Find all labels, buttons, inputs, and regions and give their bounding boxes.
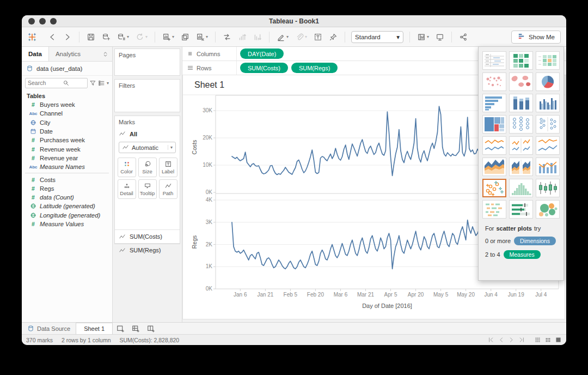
view-as-icon[interactable]: [98, 80, 105, 87]
first-page-icon[interactable]: [487, 336, 494, 343]
view-as-caret-icon[interactable]: ▾: [107, 81, 109, 86]
pill-sum-costs[interactable]: SUM(Costs): [240, 63, 288, 73]
pages-shelf[interactable]: Pages: [114, 49, 180, 76]
showme-area-discrete[interactable]: [509, 158, 533, 176]
new-dashboard-tab-icon[interactable]: [128, 323, 143, 334]
mark-row-sum-costs[interactable]: SUM(Costs): [115, 229, 180, 243]
save-button[interactable]: [84, 31, 97, 44]
sort-ascending-button[interactable]: [236, 31, 249, 44]
field-longitude-generated-[interactable]: Longitude (generated): [22, 211, 112, 220]
previous-page-icon[interactable]: [498, 336, 505, 343]
pin-button[interactable]: [327, 31, 340, 44]
field-measure-names[interactable]: AbcMeasure Names: [22, 162, 112, 171]
showme-highlight-table[interactable]: [509, 51, 533, 70]
showme-dual-lines[interactable]: [536, 136, 560, 155]
showme-scatter-plot-selected[interactable]: [482, 179, 506, 197]
field-measure-values[interactable]: #Measure Values: [22, 220, 112, 228]
showme-lines-discrete[interactable]: [509, 136, 533, 155]
field-city[interactable]: City: [22, 118, 112, 127]
swap-rows-columns-button[interactable]: [220, 31, 234, 44]
presentation-button[interactable]: [433, 31, 446, 44]
field-latitude-generated-[interactable]: Latitude (generated): [22, 202, 112, 210]
field-data-count-[interactable]: #data (Count): [22, 193, 112, 202]
redo-button[interactable]: [61, 31, 74, 44]
showme-area-continuous[interactable]: [482, 158, 506, 176]
showme-heat-map[interactable]: [536, 51, 560, 70]
showme-pie-chart[interactable]: [536, 72, 560, 91]
data-pane: Data Analytics data (user_data) ▾ Tables…: [22, 47, 113, 322]
show-filmstrip-icon[interactable]: [544, 336, 552, 343]
show-sheet-tabs-icon[interactable]: [534, 336, 541, 343]
show-cards-button[interactable]: ▾: [415, 31, 431, 44]
field-revenue-year[interactable]: #Revenue year: [22, 154, 112, 162]
refresh-button[interactable]: ▾: [133, 31, 150, 44]
showme-gantt[interactable]: [482, 200, 506, 219]
path-button[interactable]: Path: [159, 179, 177, 199]
showme-text-table[interactable]: [482, 51, 506, 70]
field-date[interactable]: Date: [22, 127, 112, 136]
x-tick-label: Mar 21: [357, 292, 374, 298]
showme-stacked-bars[interactable]: [509, 94, 533, 112]
label-button[interactable]: Label: [159, 158, 177, 177]
duplicate-button[interactable]: [179, 31, 192, 44]
showme-dual-combination[interactable]: [536, 158, 560, 176]
highlight-table-icon: [510, 52, 532, 69]
show-sheet-icon[interactable]: [555, 336, 562, 343]
text-label-button[interactable]: [311, 31, 324, 44]
field-buyers-week[interactable]: #Buyers week: [22, 100, 112, 109]
undo-button[interactable]: [46, 31, 59, 44]
mark-type-dropdown[interactable]: Automatic ▾: [119, 142, 176, 153]
clear-sheet-button[interactable]: ▾: [194, 31, 210, 44]
showme-symbol-map[interactable]: [482, 72, 506, 91]
field-channel[interactable]: AbcChannel: [22, 109, 112, 118]
size-button[interactable]: Size: [138, 158, 157, 177]
highlight-button[interactable]: ▾: [274, 31, 291, 44]
new-worksheet-button[interactable]: ▾: [160, 31, 176, 44]
new-story-tab-icon[interactable]: [143, 323, 158, 334]
showme-side-by-side-circles[interactable]: [536, 115, 560, 134]
search-input[interactable]: [25, 78, 88, 88]
showme-side-by-side-bars[interactable]: [536, 94, 560, 112]
fit-selector[interactable]: Standard▾: [351, 31, 403, 43]
pill-day-date[interactable]: DAY(Date): [240, 49, 284, 59]
showme-histogram[interactable]: [509, 179, 533, 197]
search-field[interactable]: [28, 80, 63, 86]
color-button[interactable]: Color: [118, 158, 136, 177]
marks-all-row[interactable]: All: [115, 128, 180, 141]
showme-packed-bubbles[interactable]: [536, 200, 560, 219]
pane-toggle-icon[interactable]: [102, 51, 109, 58]
showme-treemap[interactable]: [482, 115, 506, 134]
filters-shelf[interactable]: Filters: [114, 79, 180, 112]
mark-row-sum-regs[interactable]: SUM(Regs): [115, 243, 180, 257]
field-purchases-week[interactable]: #Purchases week: [22, 136, 112, 144]
showme-filled-map[interactable]: [509, 72, 533, 91]
pause-updates-button[interactable]: ▾: [115, 31, 131, 44]
new-worksheet-tab-icon[interactable]: [113, 323, 128, 334]
field-costs[interactable]: #Costs: [22, 175, 112, 184]
field-revenue-week[interactable]: #Revenue week: [22, 144, 112, 153]
showme-circle-views[interactable]: [509, 115, 533, 134]
field-regs[interactable]: #Regs: [22, 184, 112, 193]
share-button[interactable]: [457, 31, 470, 44]
add-data-button[interactable]: [100, 31, 113, 44]
last-page-icon[interactable]: [518, 336, 525, 343]
tab-analytics[interactable]: Analytics: [49, 47, 87, 61]
datasource-row[interactable]: data (user_data): [22, 62, 112, 76]
filter-funnel-icon[interactable]: [89, 80, 96, 87]
tooltip-button[interactable]: Tooltip: [138, 179, 157, 199]
datasource-tab[interactable]: Data Source: [22, 323, 76, 334]
showme-horizontal-bars[interactable]: [482, 94, 506, 112]
tab-data[interactable]: Data: [22, 47, 49, 61]
y-tick-label: 4K: [185, 197, 212, 203]
sheet1-tab[interactable]: Sheet 1: [76, 323, 113, 334]
pill-sum-regs[interactable]: SUM(Regs): [291, 63, 338, 73]
title-bar: Tableau - Book1: [22, 15, 566, 27]
sort-descending-button[interactable]: [251, 31, 264, 44]
showme-box-and-whisker[interactable]: [536, 179, 560, 197]
show-me-button[interactable]: Show Me: [511, 31, 561, 44]
attach-button[interactable]: ▾: [293, 31, 309, 44]
showme-lines-continuous[interactable]: [482, 136, 506, 155]
detail-button[interactable]: Detail: [118, 179, 136, 199]
showme-bullet-graph[interactable]: [509, 200, 533, 219]
next-page-icon[interactable]: [508, 336, 515, 343]
